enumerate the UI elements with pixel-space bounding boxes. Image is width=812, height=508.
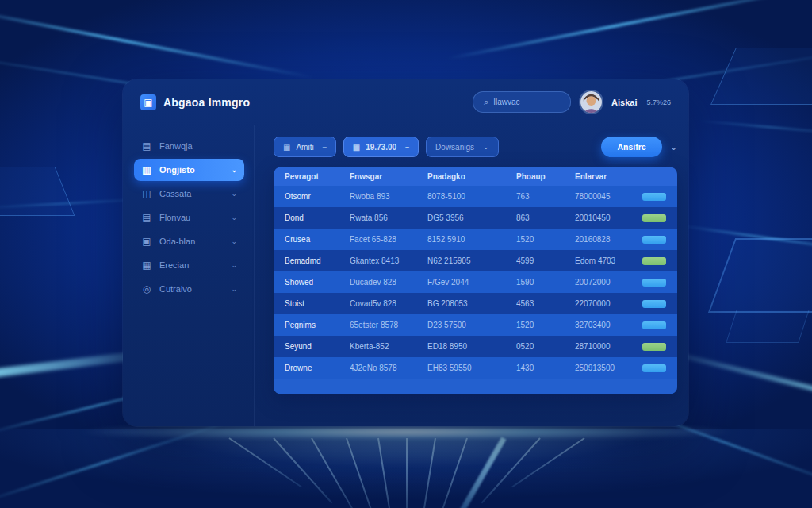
chevron-down-icon: ⌄: [231, 214, 237, 221]
circuit-shape: [0, 167, 75, 216]
search-icon: ⌕: [484, 97, 488, 107]
table-cell: 0520: [516, 342, 575, 351]
table-cell: 763: [516, 192, 575, 201]
sidebar-item-flonvau[interactable]: ▤Flonvau⌄: [134, 206, 244, 229]
table-cell: Covad5v 828: [350, 299, 427, 308]
table-row[interactable]: OtsomrRwoba 8938078-510076378000045: [274, 186, 677, 207]
filter-chip-amiti[interactable]: ▦Amiti–: [274, 137, 336, 157]
table-cell: 20072000: [575, 278, 642, 287]
app-header: ▣ Abgaoa Immgro ⌕ Ilawvac Aiskai 5.7%26: [123, 79, 688, 125]
sidebar-item-erecian[interactable]: ▦Erecian⌄: [134, 254, 244, 276]
table-cell: 8152 5910: [427, 235, 516, 244]
chevron-down-icon: ⌄: [483, 143, 489, 151]
app-title: Abgaoa Immgro: [163, 96, 250, 109]
table-cell: 28710000: [575, 342, 642, 351]
table-row[interactable]: BemadmdGkantex 8413N62 2159054599Edom 47…: [274, 250, 677, 271]
floor-ray: [311, 438, 356, 508]
floor-ray: [377, 438, 393, 508]
status-badge: [642, 343, 666, 351]
layers-icon: ▥: [141, 164, 152, 175]
floor-ray: [438, 438, 468, 508]
sidebar-item-label: Cassata: [159, 189, 191, 198]
search-input[interactable]: ⌕ Ilawvac: [473, 91, 571, 113]
table-cell: N62 215905: [427, 256, 516, 265]
table-row[interactable]: Drowne4J2eNo 8578EH83 595501430250913500: [274, 357, 677, 379]
sidebar-item-oda-blan[interactable]: ▣Oda-blan⌄: [134, 230, 244, 252]
sidebar-item-label: Cutralvo: [159, 284, 192, 294]
table-row[interactable]: SeyundKberta-852ED18 8950052028710000: [274, 336, 677, 357]
sidebar-item-label: Fanwqja: [159, 141, 193, 151]
app-window: ▣ Abgaoa Immgro ⌕ Ilawvac Aiskai 5.7%26 …: [123, 79, 688, 426]
sidebar-item-ongjisto[interactable]: ▥Ongjisto⌄: [134, 159, 244, 181]
table-cell: F/Gev 2044: [427, 278, 516, 287]
circuit-shape: [708, 238, 812, 313]
table-cell: Drowne: [285, 364, 350, 372]
table-cell: Gkantex 8413: [350, 256, 427, 265]
table-cell: Bemadmd: [285, 256, 350, 265]
bottom-glow-line: [0, 426, 812, 437]
table-cell: 65etster 8578: [350, 321, 427, 329]
floor-ray: [481, 437, 541, 503]
sidebar-item-label: Oda-blan: [159, 237, 195, 246]
status-badge: [642, 364, 666, 372]
sidebar-item-cutralvo[interactable]: ◎Cutralvo⌄: [134, 278, 244, 300]
data-table: PevragotFnwsgarPnadagkoPhoaupEnlarvar Ot…: [274, 167, 677, 394]
table-cell: 4563: [516, 299, 575, 308]
table-cell: Showed: [285, 278, 350, 287]
table-cell: 1520: [516, 321, 575, 329]
floor-ray: [458, 437, 506, 508]
list-icon: ▤: [141, 212, 152, 223]
avatar[interactable]: [580, 91, 602, 113]
table-cell: 8078-5100: [427, 192, 516, 201]
sidebar: ▤Fanwqja▥Ongjisto⌄◫Cassata⌄▤Flonvau⌄▣Oda…: [123, 125, 255, 426]
chevron-down-icon: ⌄: [231, 285, 237, 293]
app-logo-icon: ▣: [140, 94, 156, 110]
column-header: Phoaup: [516, 172, 575, 181]
floor-ray: [406, 438, 408, 508]
table-cell: 250913500: [575, 364, 642, 372]
table-row[interactable]: CruseaFacet 65-8288152 5910152020160828: [274, 229, 677, 250]
floor-ray: [346, 438, 376, 508]
user-name[interactable]: Aiskai: [611, 98, 637, 107]
table-cell: Kberta-852: [350, 342, 427, 351]
column-header: Enlarvar: [575, 172, 642, 181]
table-cell: DG5 3956: [427, 214, 516, 222]
filter-chip-19-73-00[interactable]: ▦19.73.00–: [343, 137, 419, 157]
light-streak: [0, 6, 314, 79]
sidebar-item-fanwqja[interactable]: ▤Fanwqja: [134, 135, 244, 157]
status-badge: [642, 300, 666, 308]
chevron-down-icon: ⌄: [231, 190, 237, 198]
status-badge: [642, 279, 666, 287]
table-cell: EH83 59550: [427, 364, 516, 372]
table-row[interactable]: DondRwata 856DG5 395686320010450: [274, 207, 677, 229]
table-header-row: PevragotFnwsgarPnadagkoPhoaupEnlarvar: [274, 167, 677, 186]
grid-icon: ▣: [141, 236, 152, 247]
light-streak: [698, 120, 812, 135]
table-cell: Facet 65-828: [350, 235, 427, 244]
table-cell: 1520: [516, 235, 575, 244]
chevron-down-icon: ⌄: [231, 237, 237, 245]
table-row[interactable]: Pegnims65etster 8578D23 5750015203270340…: [274, 314, 677, 336]
table-row[interactable]: ShowedDucadev 828F/Gev 2044159020072000: [274, 271, 677, 293]
search-placeholder: Ilawvac: [493, 98, 519, 106]
table-cell: D23 57500: [427, 321, 516, 329]
primary-action-button[interactable]: Ansifrc: [601, 137, 661, 157]
floor-ray: [421, 438, 436, 508]
floor-ray: [273, 437, 332, 503]
filter-chip-dowsanigs[interactable]: Dowsanigs⌄: [426, 137, 498, 157]
table-cell: Stoist: [285, 299, 350, 308]
table-cell: 1590: [516, 278, 575, 287]
table-row[interactable]: StoistCovad5v 828BG 208053456322070000: [274, 293, 677, 314]
sidebar-item-label: Flonvau: [159, 213, 190, 222]
table-cell: Rwoba 893: [350, 192, 427, 201]
sidebar-item-label: Erecian: [159, 260, 189, 270]
sidebar-item-cassata[interactable]: ◫Cassata⌄: [134, 183, 244, 205]
sidebar-item-label: Ongjisto: [159, 165, 195, 175]
chevron-down-icon[interactable]: ⌄: [671, 143, 677, 152]
status-badge: [642, 193, 666, 201]
column-header: Pnadagko: [427, 172, 516, 181]
table-cell: 20010450: [575, 214, 642, 222]
table-cell: Crusea: [285, 235, 350, 244]
column-header: Pevragot: [285, 172, 350, 181]
toolbar: ▦Amiti–▦19.73.00–Dowsanigs⌄ Ansifrc ⌄: [274, 137, 677, 157]
